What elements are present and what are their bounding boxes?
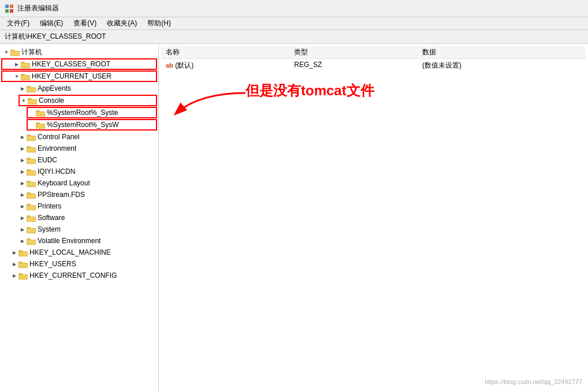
col-type: 类型 [289, 46, 418, 59]
software-label: Software [38, 212, 65, 224]
svg-rect-30 [27, 148, 35, 152]
svg-rect-38 [27, 181, 31, 183]
title-bar-icon [5, 4, 14, 13]
svg-rect-21 [36, 112, 44, 116]
svg-rect-8 [21, 62, 25, 64]
address-text: 计算机\HKEY_CLASSES_ROOT [5, 32, 106, 42]
svg-rect-44 [27, 204, 31, 206]
iqiyi-label: IQIYI.HCDN [38, 166, 75, 177]
svg-rect-24 [36, 124, 44, 128]
svg-rect-42 [27, 194, 35, 198]
title-bar-text: 注册表编辑器 [17, 3, 59, 13]
tree-node-printers[interactable]: Printers [0, 200, 158, 212]
expand-console [20, 96, 28, 105]
tree-node-hkey-classes-root[interactable]: HKEY_CLASSES_ROOT [1, 58, 157, 70]
folder-icon-software [27, 214, 36, 222]
svg-rect-56 [18, 250, 23, 252]
sysroot2-label: %SystemRoot%_SysW [47, 119, 119, 131]
menu-favorites[interactable]: 收藏夹(A) [102, 17, 142, 29]
tree-node-hkey-local-machine[interactable]: HKEY_LOCAL_MACHINE [0, 247, 158, 258]
hkey-current-config-label: HKEY_CURRENT_CONFIG [29, 270, 117, 281]
printers-label: Printers [38, 200, 61, 212]
svg-rect-27 [27, 136, 35, 140]
console-label: Console [39, 95, 64, 106]
folder-icon-current-user [21, 72, 30, 80]
tree-node-hkey-current-user[interactable]: HKEY_CURRENT_USER [1, 70, 157, 82]
folder-icon-users [18, 260, 28, 268]
svg-rect-50 [27, 227, 31, 229]
svg-rect-0 [5, 5, 9, 8]
folder-icon-sysroot1 [36, 109, 45, 117]
tree-node-volatile[interactable]: Volatile Environment [0, 235, 158, 247]
tree-node-control-panel[interactable]: Control Panel [0, 131, 158, 143]
svg-rect-39 [27, 183, 35, 187]
svg-rect-51 [27, 229, 35, 233]
folder-icon-environment [27, 144, 36, 152]
folder-icon-keyboard-layout [27, 179, 36, 187]
environment-label: Environment [38, 143, 76, 154]
menu-view[interactable]: 查看(V) [69, 17, 101, 29]
svg-rect-36 [27, 171, 35, 175]
expand-arrow-computer [2, 48, 10, 56]
tree-node-eudc[interactable]: EUDC [0, 154, 158, 166]
menu-help[interactable]: 帮助(H) [143, 17, 176, 29]
svg-rect-2 [5, 9, 9, 13]
expand-appevents [18, 84, 27, 92]
tree-node-hkey-current-config[interactable]: HKEY_CURRENT_CONFIG [0, 270, 158, 281]
tree-node-appevents[interactable]: AppEvents [0, 83, 158, 94]
folder-icon-appevents [27, 84, 36, 92]
menu-file[interactable]: 文件(F) [2, 17, 34, 29]
folder-icon-control-panel [27, 133, 36, 141]
detail-panel: 名称 类型 数据 ab (默认) REG_SZ (数值未设置) [159, 44, 588, 391]
tree-node-ppstream[interactable]: PPStream.FDS [0, 189, 158, 200]
ppstream-label: PPStream.FDS [38, 189, 85, 200]
expand-users [10, 260, 18, 268]
expand-keyboard-layout [18, 179, 27, 187]
registry-table: 名称 类型 数据 ab (默认) REG_SZ (数值未设置) [161, 46, 586, 72]
ab-icon: ab [166, 62, 173, 69]
menu-edit[interactable]: 编辑(E) [35, 17, 68, 29]
expand-iqiyi [18, 167, 27, 176]
svg-rect-62 [18, 273, 23, 275]
svg-rect-14 [27, 86, 31, 88]
tree-node-environment[interactable]: Environment [0, 143, 158, 154]
svg-rect-26 [27, 135, 31, 136]
tree-node-computer[interactable]: 计算机 [0, 46, 158, 58]
control-panel-label: Control Panel [38, 131, 80, 143]
svg-rect-60 [19, 263, 27, 267]
tree-node-console[interactable]: Console [18, 95, 157, 106]
eudc-label: EUDC [38, 154, 57, 166]
expand-printers [18, 202, 27, 210]
tree-panel: 计算机 HKEY_CLASSES_ROOT [0, 44, 159, 391]
hkey-classes-root-label: HKEY_CLASSES_ROOT [32, 58, 110, 70]
sysroot1-label: %SystemRoot%_Syste [47, 107, 118, 118]
main-content: 计算机 HKEY_CLASSES_ROOT [0, 44, 588, 391]
expand-system [18, 225, 27, 233]
entry-data: (数值未设置) [418, 59, 586, 73]
svg-rect-23 [36, 122, 40, 124]
svg-rect-32 [27, 158, 31, 159]
annotation-overlay: 但是没有tomcat文件 [159, 79, 588, 148]
tree-node-sysroot2[interactable]: %SystemRoot%_SysW [27, 119, 157, 131]
svg-rect-17 [28, 98, 32, 100]
appevents-label: AppEvents [38, 83, 71, 94]
tree-node-software[interactable]: Software [0, 212, 158, 224]
svg-rect-33 [27, 159, 35, 163]
tree-node-iqiyi[interactable]: IQIYI.HCDN [0, 166, 158, 177]
svg-rect-53 [27, 239, 31, 240]
expand-software [18, 214, 27, 222]
entry-type: REG_SZ [289, 59, 418, 73]
table-row[interactable]: ab (默认) REG_SZ (数值未设置) [161, 59, 586, 73]
folder-icon-computer [10, 48, 20, 56]
tree-node-sysroot1[interactable]: %SystemRoot%_Syste [27, 107, 157, 118]
folder-icon-ppstream [27, 191, 36, 199]
expand-ppstream [18, 191, 27, 199]
expand-control-panel [18, 133, 27, 141]
tree-node-hkey-users[interactable]: HKEY_USERS [0, 258, 158, 270]
address-bar: 计算机\HKEY_CLASSES_ROOT [0, 30, 588, 44]
hkey-local-machine-label: HKEY_LOCAL_MACHINE [29, 247, 111, 258]
computer-label: 计算机 [21, 46, 42, 58]
tree-node-keyboard-layout[interactable]: Keyboard Layout [0, 177, 158, 189]
svg-rect-18 [28, 100, 36, 104]
tree-node-system[interactable]: System [0, 224, 158, 235]
